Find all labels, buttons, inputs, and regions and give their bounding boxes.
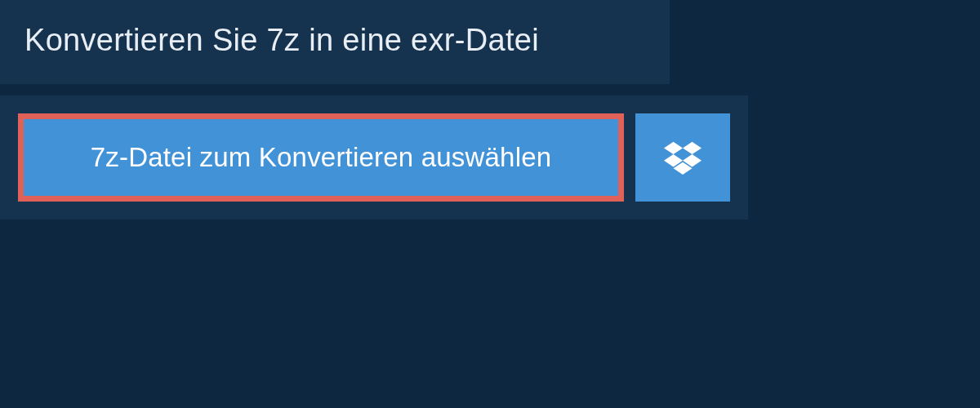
upload-panel: 7z-Datei zum Konvertieren auswählen — [0, 95, 748, 220]
header-section: Konvertieren Sie 7z in eine exr-Datei — [0, 0, 670, 84]
dropbox-icon — [664, 137, 702, 178]
select-file-label: 7z-Datei zum Konvertieren auswählen — [91, 142, 552, 173]
dropbox-button[interactable] — [635, 113, 730, 202]
page-title: Konvertieren Sie 7z in eine exr-Datei — [24, 23, 645, 58]
select-file-button[interactable]: 7z-Datei zum Konvertieren auswählen — [18, 113, 624, 202]
